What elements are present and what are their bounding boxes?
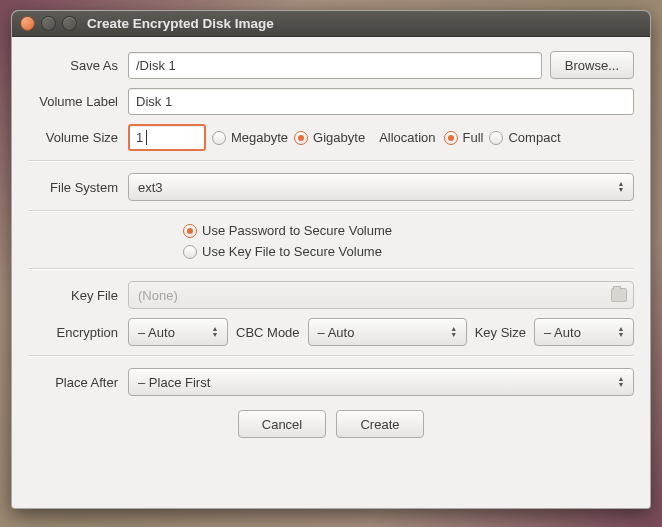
minimize-icon[interactable] <box>41 16 56 31</box>
security-keyfile-radio[interactable]: Use Key File to Secure Volume <box>183 244 382 259</box>
save-as-input[interactable] <box>128 52 542 79</box>
place-after-label: Place After <box>28 375 128 390</box>
volume-label-label: Volume Label <box>28 94 128 109</box>
unit-megabyte-text: Megabyte <box>231 130 288 145</box>
place-after-value: – Place First <box>138 375 615 390</box>
key-file-value: (None) <box>138 288 611 303</box>
key-size-value: – Auto <box>544 325 615 340</box>
security-password-radio[interactable]: Use Password to Secure Volume <box>183 223 392 238</box>
chevron-updown-icon: ▲▼ <box>615 181 627 193</box>
chevron-updown-icon: ▲▼ <box>209 326 221 338</box>
file-system-combo[interactable]: ext3 ▲▼ <box>128 173 634 201</box>
dialog-footer: Cancel Create <box>28 410 634 438</box>
encryption-value: – Auto <box>138 325 209 340</box>
volume-label-input[interactable] <box>128 88 634 115</box>
close-icon[interactable] <box>20 16 35 31</box>
browse-button[interactable]: Browse... <box>550 51 634 79</box>
titlebar[interactable]: Create Encrypted Disk Image <box>12 11 650 37</box>
divider <box>28 355 634 356</box>
volume-size-label: Volume Size <box>28 130 128 145</box>
allocation-label: Allocation <box>371 130 443 145</box>
divider <box>28 160 634 161</box>
key-file-label: Key File <box>28 288 128 303</box>
allocation-full-radio[interactable]: Full <box>444 130 484 145</box>
unit-megabyte-radio[interactable]: Megabyte <box>212 130 288 145</box>
folder-icon <box>611 288 627 302</box>
dialog-window: Create Encrypted Disk Image Save As Brow… <box>11 10 651 509</box>
encryption-label: Encryption <box>28 325 128 340</box>
cbc-mode-combo[interactable]: – Auto ▲▼ <box>308 318 467 346</box>
allocation-compact-radio[interactable]: Compact <box>489 130 560 145</box>
allocation-full-text: Full <box>463 130 484 145</box>
encryption-combo[interactable]: – Auto ▲▼ <box>128 318 228 346</box>
maximize-icon[interactable] <box>62 16 77 31</box>
chevron-updown-icon: ▲▼ <box>448 326 460 338</box>
cbc-mode-value: – Auto <box>318 325 448 340</box>
cbc-mode-label: CBC Mode <box>228 325 308 340</box>
create-button[interactable]: Create <box>336 410 424 438</box>
chevron-updown-icon: ▲▼ <box>615 326 627 338</box>
window-title: Create Encrypted Disk Image <box>87 16 274 31</box>
key-file-chooser[interactable]: (None) <box>128 281 634 309</box>
unit-gigabyte-text: Gigabyte <box>313 130 365 145</box>
text-caret <box>146 130 147 145</box>
unit-gigabyte-radio[interactable]: Gigabyte <box>294 130 365 145</box>
security-keyfile-text: Use Key File to Secure Volume <box>202 244 382 259</box>
allocation-compact-text: Compact <box>508 130 560 145</box>
file-system-label: File System <box>28 180 128 195</box>
volume-size-input[interactable] <box>128 124 206 151</box>
save-as-label: Save As <box>28 58 128 73</box>
security-password-text: Use Password to Secure Volume <box>202 223 392 238</box>
window-controls <box>20 16 77 31</box>
dialog-content: Save As Browse... Volume Label Volume Si… <box>12 37 650 448</box>
divider <box>28 210 634 211</box>
file-system-value: ext3 <box>138 180 615 195</box>
divider <box>28 268 634 269</box>
place-after-combo[interactable]: – Place First ▲▼ <box>128 368 634 396</box>
key-size-label: Key Size <box>467 325 534 340</box>
chevron-updown-icon: ▲▼ <box>615 376 627 388</box>
key-size-combo[interactable]: – Auto ▲▼ <box>534 318 634 346</box>
cancel-button[interactable]: Cancel <box>238 410 326 438</box>
